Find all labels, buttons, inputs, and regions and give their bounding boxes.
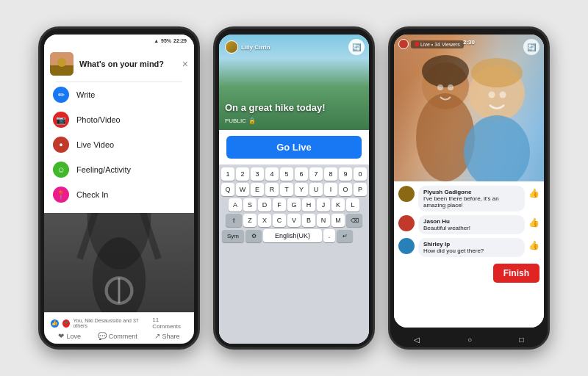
- key-e[interactable]: E: [251, 183, 264, 196]
- shift-key[interactable]: ⇧: [226, 214, 242, 227]
- live-user-avatar: [225, 40, 238, 54]
- key-0[interactable]: 0: [354, 167, 367, 181]
- live-caption: On a great hike today!: [225, 101, 347, 114]
- svg-point-15: [471, 58, 523, 87]
- live-avatar-small: [398, 39, 409, 49]
- delete-key[interactable]: ⌫: [346, 214, 362, 227]
- go-live-button[interactable]: Go Live: [226, 136, 362, 159]
- space-key[interactable]: English(UK): [263, 229, 322, 242]
- key-i[interactable]: I: [324, 183, 337, 196]
- comment-item-2: Jason Hu Beautiful weather! 👍: [398, 215, 539, 234]
- comment-button[interactable]: 💬 Comment: [98, 332, 137, 340]
- key-a[interactable]: A: [229, 198, 242, 212]
- key-d[interactable]: D: [258, 198, 271, 212]
- photo-icon: 📷: [53, 112, 69, 128]
- post-header: What's on your mind? ×: [50, 52, 188, 76]
- keyboard-row-q: Q W E R T Y U I O P: [220, 183, 368, 196]
- nav-bar-3: ◁ ○ □: [390, 331, 548, 347]
- menu-item-feeling[interactable]: ☺ Feeling/Activity: [50, 157, 188, 182]
- key-2[interactable]: 2: [236, 167, 249, 181]
- key-y[interactable]: Y: [295, 183, 308, 196]
- key-m[interactable]: M: [331, 214, 345, 227]
- key-k[interactable]: K: [331, 198, 345, 212]
- key-4[interactable]: 4: [265, 167, 279, 181]
- key-g[interactable]: G: [287, 198, 301, 212]
- comment-bubble-3: Shirley Ip How did you get there?: [418, 238, 525, 257]
- key-c[interactable]: C: [273, 214, 286, 227]
- enter-key[interactable]: ↵: [337, 230, 353, 242]
- phone-1-screen: ▲ 95% 22:29: [44, 35, 194, 344]
- menu-item-write[interactable]: ✏ Write: [50, 82, 188, 107]
- key-5[interactable]: 5: [280, 167, 293, 181]
- svg-point-17: [448, 84, 453, 90]
- live-preview: 🔄 Lilly Cirrin On a great hike today! PU…: [219, 35, 369, 130]
- reactions-left: 👍 ❤ You, Niki Desaussido and 37 others: [50, 318, 152, 328]
- sym-key[interactable]: Sym: [222, 230, 244, 242]
- post-avatar: [50, 52, 74, 76]
- comment-avatar-3: [398, 238, 415, 254]
- status-icons-1: ▲ 95% 22:29: [154, 38, 187, 43]
- key-n[interactable]: N: [317, 214, 330, 227]
- finish-button[interactable]: Finish: [493, 264, 539, 283]
- key-t[interactable]: T: [280, 183, 293, 196]
- period-key[interactable]: .: [323, 229, 335, 242]
- home-button[interactable]: ○: [467, 336, 472, 344]
- menu-item-photo[interactable]: 📷 Photo/Video: [50, 107, 188, 132]
- key-8[interactable]: 8: [324, 167, 337, 181]
- key-q[interactable]: Q: [221, 183, 234, 196]
- key-o[interactable]: O: [339, 183, 352, 196]
- key-w[interactable]: W: [236, 183, 249, 196]
- key-j[interactable]: J: [317, 198, 330, 212]
- comment-name-2: Jason Hu: [423, 218, 520, 225]
- like-icon-2[interactable]: 👍: [528, 217, 539, 228]
- write-icon: ✏: [53, 87, 69, 103]
- key-v[interactable]: V: [287, 214, 301, 227]
- phone-1: ▲ 95% 22:29: [38, 26, 200, 350]
- key-p[interactable]: P: [354, 183, 367, 196]
- action-row: ❤ Love 💬 Comment ↗ Share: [50, 332, 188, 340]
- svg-point-12: [422, 55, 469, 87]
- phone-3-screen: Live • 34 Viewers 2:30 🔄 Piyush Gadigone…: [394, 35, 544, 328]
- menu-label-checkin: Check In: [76, 190, 108, 199]
- gear-key[interactable]: ⚙: [245, 230, 262, 242]
- recents-button[interactable]: □: [520, 336, 524, 344]
- key-7[interactable]: 7: [309, 167, 323, 181]
- menu-item-live[interactable]: ● Live Video: [50, 132, 188, 157]
- key-x[interactable]: X: [258, 214, 271, 227]
- key-9[interactable]: 9: [339, 167, 352, 181]
- key-r[interactable]: R: [265, 183, 279, 196]
- love-button[interactable]: ❤ Love: [58, 332, 81, 340]
- public-badge: PUBLIC 🔒: [225, 118, 256, 124]
- keyboard-bottom-row: Sym ⚙ English(UK) . ↵: [220, 229, 368, 242]
- comments-section: Piyush Gadigone I've been there before, …: [394, 181, 544, 328]
- key-s[interactable]: S: [243, 198, 257, 212]
- comment-item-1: Piyush Gadigone I've been there before, …: [398, 186, 539, 212]
- key-f[interactable]: F: [273, 198, 286, 212]
- like-icon-3[interactable]: 👍: [528, 240, 539, 250]
- live-badge: Live • 34 Viewers: [398, 39, 464, 49]
- close-button[interactable]: ×: [182, 58, 188, 70]
- like-icon-1[interactable]: 👍: [528, 188, 539, 198]
- back-button[interactable]: ◁: [414, 336, 420, 344]
- comment-avatar-1: [398, 186, 415, 202]
- comment-text-2: Beautiful weather!: [423, 225, 520, 231]
- key-3[interactable]: 3: [251, 167, 264, 181]
- live-username: Lilly Cirrin: [241, 44, 270, 51]
- comment-name-3: Shirley Ip: [423, 241, 520, 247]
- key-6[interactable]: 6: [295, 167, 308, 181]
- key-b[interactable]: B: [302, 214, 315, 227]
- live-icon: ●: [53, 137, 69, 153]
- comment-text-3: How did you get there?: [423, 247, 520, 254]
- share-button[interactable]: ↗ Share: [154, 332, 180, 340]
- flip-camera-button-3[interactable]: 🔄: [523, 39, 539, 55]
- svg-point-9: [57, 58, 66, 67]
- key-l[interactable]: L: [346, 198, 359, 212]
- key-1[interactable]: 1: [221, 167, 234, 181]
- key-u[interactable]: U: [309, 183, 323, 196]
- phone1-bottom: 👍 ❤ You, Niki Desaussido and 37 others 1…: [44, 312, 194, 344]
- key-h[interactable]: H: [302, 198, 315, 212]
- svg-point-18: [489, 92, 495, 98]
- flip-camera-button[interactable]: 🔄: [348, 39, 365, 55]
- menu-item-checkin[interactable]: 📍 Check In: [50, 182, 188, 207]
- key-z[interactable]: Z: [243, 214, 257, 227]
